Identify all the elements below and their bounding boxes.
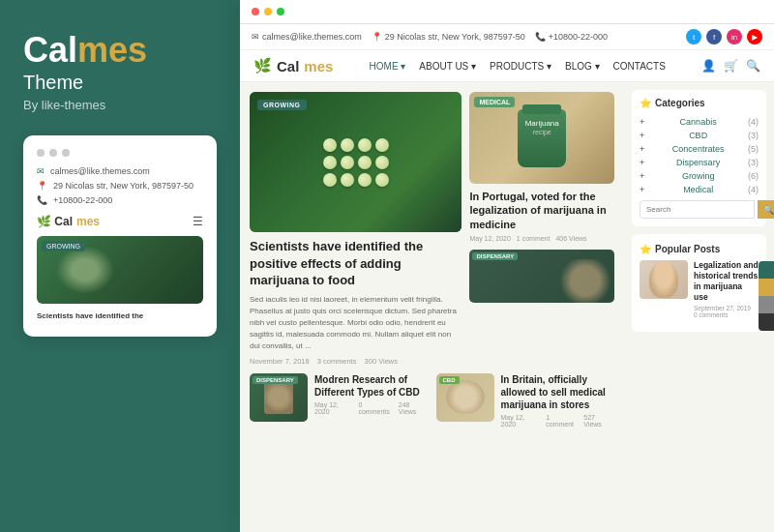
category-cannabis[interactable]: Cannabis (4) — [640, 115, 759, 129]
nav-about[interactable]: ABOUT US ▾ — [419, 61, 476, 72]
top-contact-bar: ✉ calmes@like.themes.com 📍 29 Nicolas st… — [240, 24, 774, 50]
featured-main-meta: November 7, 2018 3 comments 300 Views — [250, 357, 461, 366]
contact-info: ✉ calmes@like.themes.com 📍 29 Nicolas st… — [252, 32, 608, 42]
featured-grow-badge: GROWING — [257, 100, 307, 110]
cbd-article-title: Modren Research of Different Types of CB… — [314, 373, 429, 399]
twitter-icon[interactable]: t — [686, 29, 701, 44]
mini-email-row: ✉ calmes@like.themes.com — [37, 166, 203, 176]
close-dot[interactable] — [252, 8, 259, 15]
mini-browser-preview: ✉ calmes@like.themes.com 📍 29 Nicolas st… — [23, 135, 217, 337]
britain-article-content: In Britain, officially allowed to sell m… — [501, 373, 615, 428]
featured-date: November 7, 2018 — [250, 357, 310, 366]
popular-post-image — [640, 260, 688, 299]
email-icon: ✉ — [37, 166, 45, 176]
category-growing[interactable]: Growing (6) — [640, 169, 759, 183]
mini-caption: Scientists have identified the — [37, 310, 203, 323]
cbd-article-content: Modren Research of Different Types of CB… — [314, 373, 429, 415]
britain-cbd-badge: CBD — [439, 376, 460, 384]
side-article-meta: May 12, 2020 1 comment 406 Views — [469, 235, 614, 242]
swatch-gold[interactable] — [759, 279, 774, 296]
social-links: t f in ▶ — [686, 29, 762, 44]
swatch-gray[interactable] — [759, 296, 774, 313]
content-area: GROWING Scientists have identified the p… — [240, 82, 774, 521]
categories-heading: ⭐ Categories — [640, 98, 759, 108]
britain-date: May 12, 2020 — [501, 414, 542, 428]
mini-article-card: GROWING — [37, 236, 203, 304]
pill-blister-graphic — [323, 138, 389, 187]
leaf-logo-icon: 🌿 — [253, 57, 272, 74]
featured-side-article: Marijuana recipe MEDICAL In Portugal, vo… — [469, 92, 614, 366]
main-feed: GROWING Scientists have identified the p… — [240, 82, 624, 521]
swatch-green[interactable] — [759, 261, 774, 279]
category-list: Cannabis (4) CBD (3) Concentrates (5) Di… — [640, 115, 759, 196]
popular-posts-section: ⭐ Popular Posts Legalization and histori… — [632, 234, 766, 332]
search-row: 🔍 — [640, 200, 759, 219]
mini-logo: 🌿 Calmes — [37, 215, 100, 228]
nav-blog[interactable]: BLOG ▾ — [565, 61, 600, 72]
mini-nav: 🌿 Calmes ☰ — [37, 215, 203, 228]
featured-comments: 3 comments — [317, 357, 357, 366]
britain-views: 527 Views — [583, 414, 614, 428]
top-email: ✉ calmes@like.themes.com — [252, 32, 362, 42]
nav-home[interactable]: HOME ▾ — [370, 61, 406, 72]
nav-contacts[interactable]: CONTACTS — [613, 61, 666, 72]
user-icon[interactable]: 👤 — [701, 59, 716, 73]
instagram-icon[interactable]: in — [727, 29, 742, 44]
featured-main-article: GROWING Scientists have identified the p… — [250, 92, 461, 366]
dispensary-image: DISPENSARY — [469, 250, 614, 303]
popular-star-icon: ⭐ — [640, 244, 651, 254]
category-concentrates[interactable]: Concentrates (5) — [640, 142, 759, 156]
popular-posts-heading: ⭐ Popular Posts — [640, 244, 759, 254]
swatch-dark[interactable] — [759, 313, 774, 331]
youtube-icon[interactable]: ▶ — [747, 29, 762, 44]
search-icon[interactable]: 🔍 — [746, 59, 760, 73]
top-location-icon: 📍 — [372, 32, 382, 42]
britain-article-title: In Britain, officially allowed to sell m… — [501, 373, 615, 411]
right-sidebar: ⭐ Categories Cannabis (4) CBD (3) Concen… — [624, 82, 774, 521]
side-medical-badge: MEDICAL — [474, 97, 515, 107]
popular-post-item: Legalization and historical trends in ma… — [640, 260, 759, 318]
cart-icon[interactable]: 🛒 — [724, 59, 738, 73]
location-icon: 📍 — [37, 181, 47, 191]
britain-comments: 1 comment — [546, 414, 579, 428]
main-logo: 🌿 Calmes — [253, 57, 333, 74]
cbd-comments: 0 comments — [358, 401, 393, 415]
nav-utility-icons: 👤 🛒 🔍 — [701, 59, 760, 73]
side-comments: 1 comment — [517, 235, 551, 242]
hamburger-icon[interactable]: ☰ — [193, 215, 203, 228]
side-article-image: Marijuana recipe MEDICAL — [469, 92, 614, 184]
side-article-title: In Portugal, voted for the legalization … — [469, 190, 614, 231]
side-date: May 12, 2020 — [469, 235, 510, 242]
search-input[interactable] — [640, 200, 755, 219]
search-button[interactable]: 🔍 — [758, 200, 774, 219]
main-browser: ✉ calmes@like.themes.com 📍 29 Nicolas st… — [240, 0, 774, 532]
featured-main-image: GROWING — [250, 92, 461, 232]
nav-products[interactable]: PRODUCTS ▾ — [490, 61, 551, 72]
featured-row: GROWING Scientists have identified the p… — [250, 92, 614, 366]
mini-phone-row: 📞 +10800-22-000 — [37, 195, 203, 205]
small-articles-row: DISPENSARY Modren Research of Different … — [250, 373, 614, 428]
facebook-icon[interactable]: f — [706, 29, 722, 44]
category-cbd[interactable]: CBD (3) — [640, 129, 759, 142]
categories-section: ⭐ Categories Cannabis (4) CBD (3) Concen… — [632, 90, 766, 226]
browser-dots — [37, 149, 203, 157]
brand-subtitle: Theme — [23, 72, 217, 94]
cbd-article-image: DISPENSARY — [250, 373, 308, 422]
popular-post-title: Legalization and historical trends in ma… — [694, 260, 759, 303]
britain-article-image: CBD — [436, 373, 494, 422]
top-address: 📍 29 Nicolas str, New York, 987597-50 — [372, 32, 525, 42]
dispensary-article-preview: DISPENSARY — [469, 250, 614, 303]
left-panel: Calmes Theme By like-themes ✉ calmes@lik… — [0, 0, 240, 532]
maximize-dot[interactable] — [277, 8, 284, 15]
featured-main-excerpt: Sed iaculis leo id nisi laoreet, in elem… — [250, 294, 461, 352]
color-swatches: Try your colors — [759, 261, 774, 331]
category-medical[interactable]: Medical (4) — [640, 183, 759, 196]
side-views: 406 Views — [555, 235, 586, 242]
nav-links: HOME ▾ ABOUT US ▾ PRODUCTS ▾ BLOG ▾ CONT… — [370, 61, 666, 72]
featured-views: 300 Views — [365, 357, 398, 366]
phone-icon: 📞 — [37, 195, 47, 205]
category-dispensary[interactable]: Dispensary (3) — [640, 156, 759, 169]
popular-post-meta2: 0 comments — [694, 311, 759, 318]
minimize-dot[interactable] — [264, 8, 272, 15]
dispensary-badge: DISPENSARY — [472, 252, 518, 260]
